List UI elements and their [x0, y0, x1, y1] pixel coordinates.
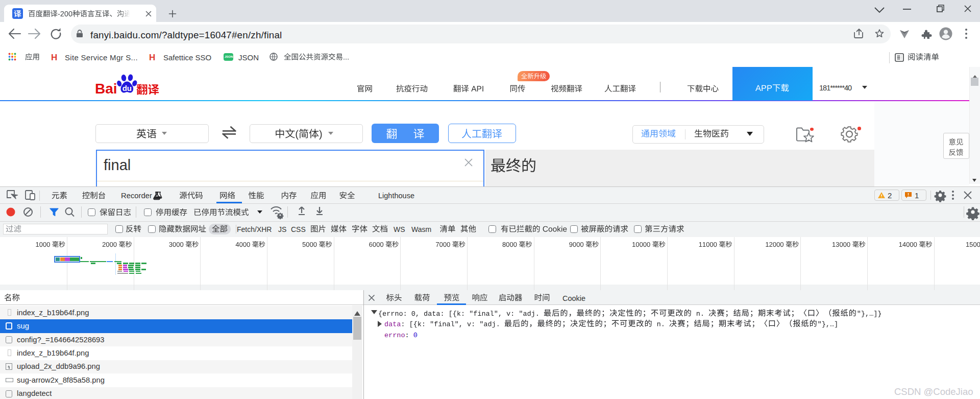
svg-text:du: du [122, 84, 132, 92]
